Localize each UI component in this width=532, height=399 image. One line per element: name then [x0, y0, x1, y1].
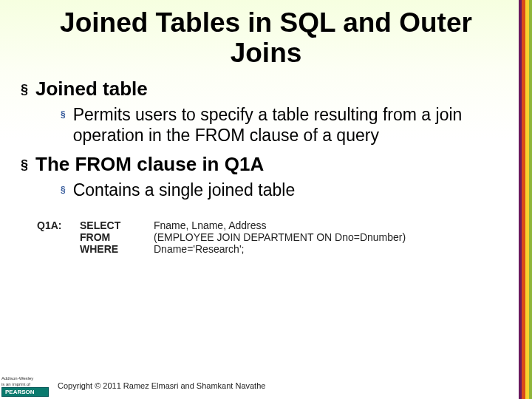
sql-query-block: Q1A: SELECT Fname, Lname, Address FROM (…	[25, 214, 507, 262]
square-bullet-icon: §	[61, 104, 66, 125]
copyright-text: Copyright © 2011 Ramez Elmasri and Shamk…	[58, 381, 265, 390]
square-bullet-icon: §	[21, 153, 28, 177]
logo-line1: Addison-Wesley	[1, 376, 49, 381]
query-row: FROM (EMPLOYEE JOIN DEPARTMENT ON Dno=Dn…	[37, 231, 502, 243]
square-bullet-icon: §	[21, 78, 28, 101]
slide-body: § Joined table § Permits users to specif…	[0, 73, 532, 262]
bullet-level2: § Contains a single joined table	[61, 180, 511, 200]
query-value: Fname, Lname, Address	[154, 219, 502, 231]
query-row: WHERE Dname='Research';	[37, 243, 502, 255]
bullet-level2: § Permits users to specify a table resul…	[61, 104, 511, 146]
query-row: Q1A: SELECT Fname, Lname, Address	[37, 219, 502, 231]
query-keyword: FROM	[80, 231, 154, 243]
slide-footer: Addison-Wesley is an imprint of PEARSON …	[0, 372, 532, 399]
bullet-text: Joined table	[35, 78, 148, 100]
logo-brand: PEARSON	[1, 387, 49, 397]
square-bullet-icon: §	[61, 180, 66, 200]
publisher-logo: Addison-Wesley is an imprint of PEARSON	[1, 375, 49, 397]
bullet-text: Permits users to specify a table resulti…	[73, 104, 502, 146]
bullet-level1: § Joined table	[21, 78, 511, 101]
query-label: Q1A:	[37, 219, 80, 231]
logo-line2: is an imprint of	[1, 382, 49, 386]
bullet-level1: § The FROM clause in Q1A	[21, 153, 511, 177]
query-value: (EMPLOYEE JOIN DEPARTMENT ON Dno=Dnumber…	[154, 231, 502, 243]
query-value: Dname='Research';	[154, 243, 502, 255]
query-keyword: SELECT	[80, 219, 154, 231]
decorative-stripes	[519, 0, 532, 399]
bullet-text: Contains a single joined table	[73, 180, 295, 200]
bullet-text: The FROM clause in Q1A	[35, 153, 264, 176]
slide-title: Joined Tables in SQL and Outer Joins	[0, 0, 532, 73]
slide: Joined Tables in SQL and Outer Joins § J…	[0, 0, 532, 399]
query-keyword: WHERE	[80, 243, 154, 255]
